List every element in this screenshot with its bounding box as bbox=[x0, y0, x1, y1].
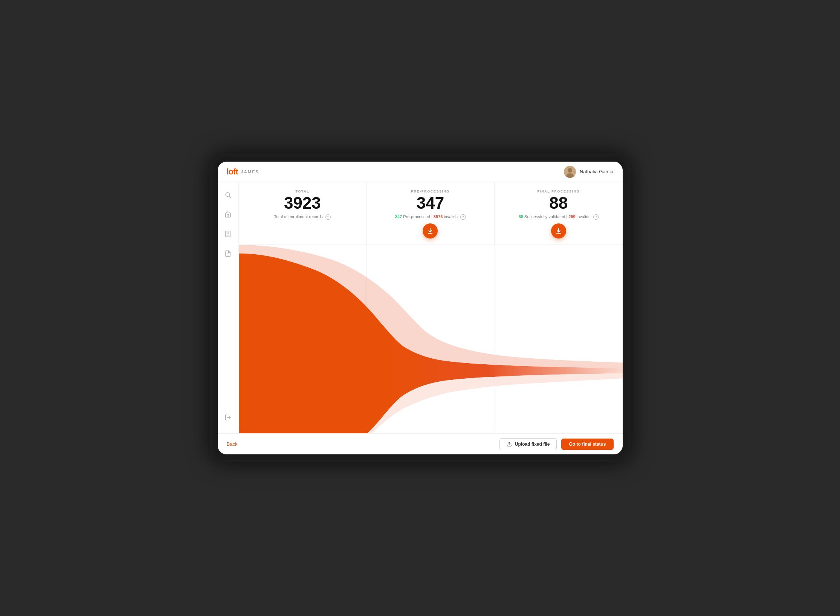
stat-number-finalprocessing: 88 bbox=[549, 195, 568, 211]
stat-label-finalprocessing: FINAL PROCESSING bbox=[537, 190, 580, 193]
stat-panel-total: TOTAL 3923 Total of enrollment records ? bbox=[239, 182, 367, 245]
stat-desc-total: Total of enrollment records ? bbox=[274, 214, 331, 220]
sidebar bbox=[218, 182, 239, 433]
back-button[interactable]: Back bbox=[227, 441, 238, 447]
svg-line-4 bbox=[229, 196, 231, 197]
main-layout: TOTAL 3923 Total of enrollment records ?… bbox=[218, 182, 623, 433]
stat-desc-finalprocessing: 88 Successfully validated | 259 invalids… bbox=[519, 214, 599, 220]
sidebar-top bbox=[223, 190, 233, 259]
funnel-chart bbox=[239, 245, 623, 433]
logo-workspace: JAMES bbox=[241, 170, 259, 174]
funnel-svg bbox=[239, 245, 623, 433]
content-area: TOTAL 3923 Total of enrollment records ?… bbox=[239, 182, 623, 433]
go-to-final-status-button[interactable]: Go to final status bbox=[561, 439, 613, 450]
footer: Back Upload fixed file Go to final statu… bbox=[218, 433, 623, 454]
file-icon[interactable] bbox=[223, 248, 233, 259]
stat-label-preprocessing: PRE-PROCESSING bbox=[411, 190, 450, 193]
download-btn-preprocessing[interactable] bbox=[423, 223, 438, 238]
home-icon[interactable] bbox=[223, 209, 233, 220]
user-area: Nathalia Garcia bbox=[564, 166, 614, 178]
stat-number-preprocessing: 347 bbox=[417, 195, 444, 211]
user-name: Nathalia Garcia bbox=[580, 169, 614, 174]
search-icon[interactable] bbox=[223, 190, 233, 200]
svg-point-1 bbox=[568, 168, 572, 173]
stats-row: TOTAL 3923 Total of enrollment records ?… bbox=[239, 182, 623, 245]
download-btn-finalprocessing[interactable] bbox=[551, 223, 566, 238]
header: loft JAMES Nathalia Garcia bbox=[218, 162, 623, 182]
stat-desc-preprocessing: 347 Pre-processed | 3576 invalids ? bbox=[395, 214, 466, 220]
logout-icon[interactable] bbox=[223, 412, 233, 423]
logo-area: loft JAMES bbox=[227, 168, 259, 176]
device-frame: loft JAMES Nathalia Garcia bbox=[210, 154, 630, 462]
footer-actions: Upload fixed file Go to final status bbox=[499, 438, 614, 450]
svg-rect-5 bbox=[226, 231, 230, 237]
upload-icon bbox=[507, 442, 512, 447]
stat-number-total: 3923 bbox=[284, 195, 321, 211]
help-icon-finalprocessing[interactable]: ? bbox=[593, 214, 599, 220]
logo-loft: loft bbox=[227, 168, 238, 176]
screen: loft JAMES Nathalia Garcia bbox=[218, 162, 623, 454]
stat-panel-finalprocessing: FINAL PROCESSING 88 88 Successfully vali… bbox=[495, 182, 623, 245]
help-icon-total[interactable]: ? bbox=[325, 214, 331, 220]
avatar bbox=[564, 166, 576, 178]
stat-panel-preprocessing: PRE-PROCESSING 347 347 Pre-processed | 3… bbox=[367, 182, 495, 245]
stat-label-total: TOTAL bbox=[295, 190, 309, 193]
upload-fixed-file-button[interactable]: Upload fixed file bbox=[499, 438, 557, 450]
building-icon[interactable] bbox=[223, 229, 233, 239]
help-icon-preprocessing[interactable]: ? bbox=[460, 214, 466, 220]
